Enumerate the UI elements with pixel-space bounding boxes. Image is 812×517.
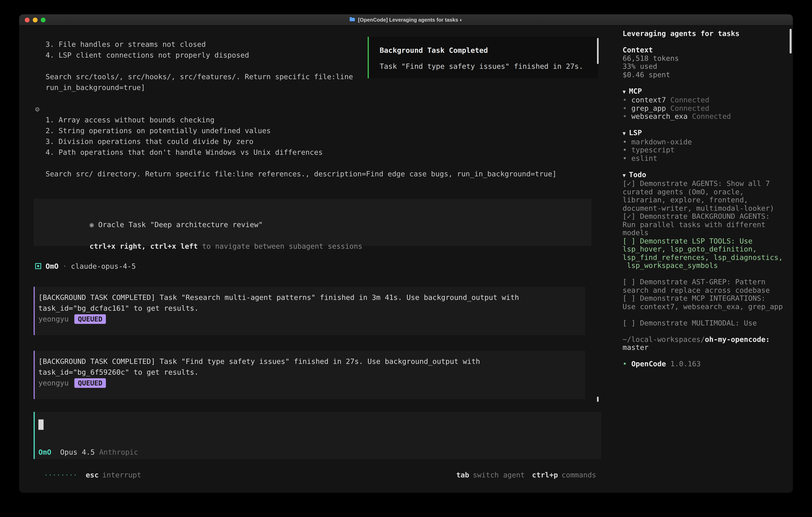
log-line: run_in_background=true] xyxy=(34,82,615,93)
context-tokens: 66,518 tokens xyxy=(622,54,783,62)
spinner-dots-icon: ········ xyxy=(45,472,78,478)
oracle-hint-keys: ctrl+x right, ctrl+x left xyxy=(89,242,198,250)
mcp-item: •context7Connected xyxy=(622,96,783,104)
message-author: yeongyu xyxy=(38,315,69,323)
todo-item-ast-grep: [ ] Demonstrate AST-GREP: Pattern search… xyxy=(622,278,783,294)
mcp-item: •grep_appConnected xyxy=(622,104,783,112)
notification-toast[interactable]: Background Task Completed Task "Find typ… xyxy=(368,37,598,78)
zoom-button[interactable] xyxy=(41,18,46,22)
bullet-icon: • xyxy=(622,96,627,104)
todo-item-mcp-integrations: [ ] Demonstrate MCP INTEGRATIONS: Use co… xyxy=(622,294,783,311)
session-title: Leveraging agents for tasks xyxy=(622,30,783,38)
tab-key-label: switch agent xyxy=(473,471,525,479)
message-background-task-1: [BACKGROUND TASK COMPLETED] Task "Resear… xyxy=(34,287,585,335)
window-controls xyxy=(25,18,46,22)
terminal-window: [OpenCode] Leveraging agents for tasks ◐… xyxy=(19,15,793,493)
bullet-icon: • xyxy=(622,145,627,154)
status-badge: QUEUED xyxy=(74,378,106,388)
workspace-path: ~/local-workspaces/oh-my-opencode: xyxy=(622,335,783,344)
bullet-icon: • xyxy=(622,104,627,112)
tool-call-block: ⚙ call_omo_agent [subagent_type=explore,… xyxy=(34,104,615,179)
input-provider-name: Anthropic xyxy=(99,446,138,457)
prompt-input[interactable]: OmO Opus 4.5 Anthropic xyxy=(34,412,601,459)
tab-key-hint: tab xyxy=(456,471,469,479)
todo-section-heading[interactable]: ▼Todo xyxy=(622,170,783,180)
chevron-down-icon: ▼ xyxy=(622,130,626,136)
esc-key-hint: esc xyxy=(86,471,99,479)
context-used: 33% used xyxy=(622,62,783,71)
workspace-branch: master xyxy=(622,344,783,352)
todo-item-multimodal: [ ] Demonstrate MULTIMODAL: Use xyxy=(622,319,783,327)
message-line: task_id="bg_dcfac161" to get results. xyxy=(38,303,585,314)
ctrlp-key-label: commands xyxy=(562,471,596,479)
todo-item-lsp-tools: [ ] Demonstrate LSP TOOLS: Use lsp_hover… xyxy=(622,237,783,270)
input-model-name: Opus 4.5 xyxy=(60,446,95,457)
tool-call-item: 3. Division operations that could divide… xyxy=(34,136,615,147)
chat-viewport: 3. File handles or streams not closed 4.… xyxy=(19,26,615,493)
mcp-item: •websearch_exaConnected xyxy=(622,112,783,120)
sidebar-scrollbar-thumb[interactable] xyxy=(790,29,792,54)
app-content: 3. File handles or streams not closed 4.… xyxy=(19,26,793,493)
bullet-icon: • xyxy=(622,137,627,146)
todo-item-agents: [✓] Demonstrate AGENTS: Show all 7 curat… xyxy=(622,180,783,212)
record-icon: ◉ xyxy=(89,220,94,229)
todo-item-background-agents: [✓] Demonstrate BACKGROUND AGENTS: Run p… xyxy=(622,212,783,237)
agent-header: OmO · claude-opus-4-5 xyxy=(34,261,615,272)
tool-call-item: 4. Path operations that don't handle Win… xyxy=(34,147,615,158)
bullet-icon: • xyxy=(622,359,627,368)
message-author: yeongyu xyxy=(38,379,69,387)
agent-name: OmO xyxy=(46,262,59,270)
oracle-task-panel[interactable]: ◉ Oracle Task "Deep architecture review"… xyxy=(34,199,591,246)
lsp-item: •markdown-oxide xyxy=(622,138,783,146)
window-title-text: [OpenCode] Leveraging agents for tasks ◐ xyxy=(358,17,463,23)
message-line: task_id="bg_6f59260c" to get results. xyxy=(38,366,585,377)
agent-model: claude-opus-4-5 xyxy=(71,262,136,270)
mcp-section-heading[interactable]: ▼MCP xyxy=(622,87,783,96)
chevron-down-icon: ▼ xyxy=(622,88,626,94)
bullet-icon: • xyxy=(622,112,627,120)
chevron-down-icon: ▼ xyxy=(622,172,626,178)
gear-icon: ⚙ xyxy=(35,104,39,114)
tool-call-item: 2. String operations on potentially unde… xyxy=(34,125,615,136)
titlebar: [OpenCode] Leveraging agents for tasks ◐ xyxy=(19,15,793,26)
session-sidebar: Leveraging agents for tasks Context 66,5… xyxy=(615,26,793,493)
tool-call-item: 1. Array access without bounds checking xyxy=(34,114,615,125)
message-line: [BACKGROUND TASK COMPLETED] Task "Resear… xyxy=(38,292,585,303)
lsp-item: •eslint xyxy=(622,154,783,162)
ctrlp-key-hint: ctrl+p xyxy=(532,471,558,479)
main-scrollbar-thumb-bottom[interactable] xyxy=(597,397,599,402)
status-bar: ········ esc interrupt tab switch agent … xyxy=(34,469,615,480)
notification-body: Task "Find type safety issues" finished … xyxy=(380,61,598,72)
version-row: •OpenCode1.0.163 xyxy=(622,360,783,368)
context-heading: Context xyxy=(622,46,783,54)
screen: [OpenCode] Leveraging agents for tasks ◐… xyxy=(0,0,812,517)
folder-icon xyxy=(349,17,355,23)
message-background-task-2: [BACKGROUND TASK COMPLETED] Task "Find t… xyxy=(34,351,585,399)
message-line: [BACKGROUND TASK COMPLETED] Task "Find t… xyxy=(38,356,585,366)
esc-key-label: interrupt xyxy=(102,471,141,479)
notification-title: Background Task Completed xyxy=(380,45,598,56)
oracle-hint-text: to navigate between subagent sessions xyxy=(198,242,362,250)
agent-square-icon xyxy=(35,263,41,269)
bullet-icon: • xyxy=(622,154,627,162)
text-cursor xyxy=(38,419,44,430)
lsp-section-heading[interactable]: ▼LSP xyxy=(622,129,783,138)
tool-call-footer: Search src/ directory. Return specific f… xyxy=(34,168,615,179)
agent-separator: · xyxy=(62,262,67,270)
close-button[interactable] xyxy=(25,18,30,22)
status-badge: QUEUED xyxy=(74,314,106,324)
oracle-task-title: Oracle Task "Deep architecture review" xyxy=(94,220,263,229)
lsp-item: •typescript xyxy=(622,146,783,154)
main-scrollbar-thumb[interactable] xyxy=(597,38,599,64)
input-agent-name: OmO xyxy=(38,446,51,457)
minimize-button[interactable] xyxy=(33,18,37,22)
context-spent: $0.46 spent xyxy=(622,71,783,79)
window-title: [OpenCode] Leveraging agents for tasks ◐ xyxy=(349,17,463,23)
